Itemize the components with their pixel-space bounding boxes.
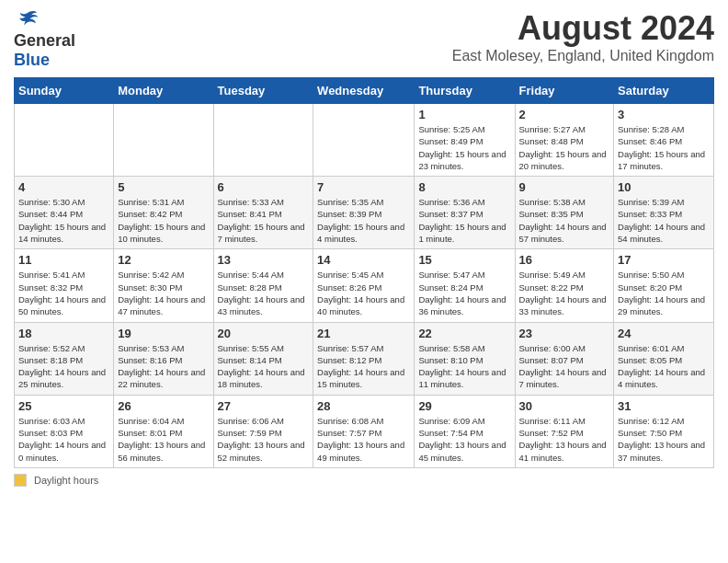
calendar-cell: 29Sunrise: 6:09 AM Sunset: 7:54 PM Dayli…	[415, 395, 515, 467]
day-number: 26	[118, 399, 209, 413]
day-info: Sunrise: 5:31 AM Sunset: 8:42 PM Dayligh…	[118, 196, 209, 245]
day-info: Sunrise: 6:09 AM Sunset: 7:54 PM Dayligh…	[418, 415, 510, 464]
day-number: 16	[519, 253, 610, 267]
day-info: Sunrise: 5:57 AM Sunset: 8:12 PM Dayligh…	[317, 342, 410, 391]
day-info: Sunrise: 5:41 AM Sunset: 8:32 PM Dayligh…	[18, 269, 109, 317]
day-info: Sunrise: 5:38 AM Sunset: 8:35 PM Dayligh…	[519, 196, 610, 245]
calendar-week-row: 1Sunrise: 5:25 AM Sunset: 8:49 PM Daylig…	[15, 104, 714, 177]
calendar-cell	[15, 104, 114, 177]
day-info: Sunrise: 5:30 AM Sunset: 8:44 PM Dayligh…	[18, 196, 109, 245]
day-info: Sunrise: 5:52 AM Sunset: 8:18 PM Dayligh…	[18, 342, 109, 391]
calendar-table: SundayMondayTuesdayWednesdayThursdayFrid…	[14, 77, 714, 468]
day-number: 11	[18, 253, 109, 267]
calendar-header-day: Saturday	[614, 78, 714, 104]
calendar-cell: 14Sunrise: 5:45 AM Sunset: 8:26 PM Dayli…	[313, 249, 415, 322]
day-number: 1	[418, 108, 510, 121]
calendar-header-day: Monday	[114, 78, 213, 104]
day-info: Sunrise: 5:45 AM Sunset: 8:26 PM Dayligh…	[317, 269, 410, 317]
day-number: 2	[519, 108, 610, 121]
calendar-cell: 12Sunrise: 5:42 AM Sunset: 8:30 PM Dayli…	[114, 249, 213, 322]
daylight-label: Daylight hours	[34, 475, 98, 486]
day-info: Sunrise: 5:42 AM Sunset: 8:30 PM Dayligh…	[118, 269, 209, 317]
calendar-cell: 24Sunrise: 6:01 AM Sunset: 8:05 PM Dayli…	[614, 322, 714, 395]
day-info: Sunrise: 6:00 AM Sunset: 8:07 PM Dayligh…	[519, 342, 610, 391]
day-number: 25	[18, 399, 109, 413]
day-info: Sunrise: 5:27 AM Sunset: 8:48 PM Dayligh…	[519, 123, 610, 172]
calendar-cell: 19Sunrise: 5:53 AM Sunset: 8:16 PM Dayli…	[114, 322, 213, 395]
day-info: Sunrise: 5:28 AM Sunset: 8:46 PM Dayligh…	[618, 123, 710, 172]
day-number: 12	[118, 253, 209, 267]
day-info: Sunrise: 5:35 AM Sunset: 8:39 PM Dayligh…	[317, 196, 410, 245]
day-number: 24	[618, 327, 710, 340]
calendar-header-day: Sunday	[15, 78, 114, 104]
calendar-cell: 25Sunrise: 6:03 AM Sunset: 8:03 PM Dayli…	[15, 395, 114, 467]
day-number: 28	[317, 399, 410, 413]
logo-bird-icon	[17, 9, 39, 28]
day-number: 7	[317, 180, 410, 194]
calendar-cell: 11Sunrise: 5:41 AM Sunset: 8:32 PM Dayli…	[15, 249, 114, 322]
sub-title: East Molesey, England, United Kingdom	[452, 48, 714, 64]
day-info: Sunrise: 5:49 AM Sunset: 8:22 PM Dayligh…	[519, 269, 610, 317]
calendar-cell: 15Sunrise: 5:47 AM Sunset: 8:24 PM Dayli…	[415, 249, 515, 322]
calendar-cell: 16Sunrise: 5:49 AM Sunset: 8:22 PM Dayli…	[515, 249, 614, 322]
calendar-cell: 20Sunrise: 5:55 AM Sunset: 8:14 PM Dayli…	[213, 322, 313, 395]
day-number: 23	[519, 327, 610, 340]
day-info: Sunrise: 5:36 AM Sunset: 8:37 PM Dayligh…	[418, 196, 510, 245]
calendar-week-row: 11Sunrise: 5:41 AM Sunset: 8:32 PM Dayli…	[15, 249, 714, 322]
day-number: 19	[118, 327, 209, 340]
day-number: 3	[618, 108, 710, 121]
calendar-week-row: 18Sunrise: 5:52 AM Sunset: 8:18 PM Dayli…	[15, 322, 714, 395]
calendar-header-day: Friday	[515, 78, 614, 104]
logo: General Blue	[14, 9, 75, 70]
day-info: Sunrise: 6:06 AM Sunset: 7:59 PM Dayligh…	[218, 415, 310, 464]
calendar-cell: 3Sunrise: 5:28 AM Sunset: 8:46 PM Daylig…	[614, 104, 714, 177]
calendar-cell: 6Sunrise: 5:33 AM Sunset: 8:41 PM Daylig…	[213, 177, 313, 249]
day-number: 27	[218, 399, 310, 413]
day-number: 30	[519, 399, 610, 413]
calendar-cell: 26Sunrise: 6:04 AM Sunset: 8:01 PM Dayli…	[114, 395, 213, 467]
page: General Blue August 2024 East Molesey, E…	[0, 0, 728, 496]
calendar-cell	[213, 104, 313, 177]
calendar-cell: 18Sunrise: 5:52 AM Sunset: 8:18 PM Dayli…	[15, 322, 114, 395]
calendar-cell	[114, 104, 213, 177]
day-info: Sunrise: 5:25 AM Sunset: 8:49 PM Dayligh…	[418, 123, 510, 172]
day-info: Sunrise: 6:12 AM Sunset: 7:50 PM Dayligh…	[618, 415, 710, 464]
calendar-cell: 4Sunrise: 5:30 AM Sunset: 8:44 PM Daylig…	[15, 177, 114, 249]
calendar-cell: 9Sunrise: 5:38 AM Sunset: 8:35 PM Daylig…	[515, 177, 614, 249]
logo-blue: Blue	[14, 51, 50, 69]
calendar-header-day: Thursday	[415, 78, 515, 104]
title-block: August 2024 East Molesey, England, Unite…	[452, 9, 714, 64]
calendar-header-day: Tuesday	[213, 78, 313, 104]
day-number: 9	[519, 180, 610, 194]
day-info: Sunrise: 5:55 AM Sunset: 8:14 PM Dayligh…	[218, 342, 310, 391]
calendar-cell: 1Sunrise: 5:25 AM Sunset: 8:49 PM Daylig…	[415, 104, 515, 177]
day-info: Sunrise: 5:50 AM Sunset: 8:20 PM Dayligh…	[618, 269, 710, 317]
calendar-cell: 27Sunrise: 6:06 AM Sunset: 7:59 PM Dayli…	[213, 395, 313, 467]
daylight-box-icon	[14, 474, 27, 487]
calendar-week-row: 4Sunrise: 5:30 AM Sunset: 8:44 PM Daylig…	[15, 177, 714, 249]
day-info: Sunrise: 6:03 AM Sunset: 8:03 PM Dayligh…	[18, 415, 109, 464]
day-info: Sunrise: 6:04 AM Sunset: 8:01 PM Dayligh…	[118, 415, 209, 464]
day-info: Sunrise: 5:39 AM Sunset: 8:33 PM Dayligh…	[618, 196, 710, 245]
day-number: 14	[317, 253, 410, 267]
day-number: 8	[418, 180, 510, 194]
calendar-header-day: Wednesday	[313, 78, 415, 104]
calendar-cell: 21Sunrise: 5:57 AM Sunset: 8:12 PM Dayli…	[313, 322, 415, 395]
calendar-cell: 13Sunrise: 5:44 AM Sunset: 8:28 PM Dayli…	[213, 249, 313, 322]
calendar-cell: 28Sunrise: 6:08 AM Sunset: 7:57 PM Dayli…	[313, 395, 415, 467]
calendar-cell: 31Sunrise: 6:12 AM Sunset: 7:50 PM Dayli…	[614, 395, 714, 467]
calendar-cell: 2Sunrise: 5:27 AM Sunset: 8:48 PM Daylig…	[515, 104, 614, 177]
day-info: Sunrise: 6:11 AM Sunset: 7:52 PM Dayligh…	[519, 415, 610, 464]
day-info: Sunrise: 5:33 AM Sunset: 8:41 PM Dayligh…	[218, 196, 310, 245]
day-number: 6	[218, 180, 310, 194]
day-info: Sunrise: 6:08 AM Sunset: 7:57 PM Dayligh…	[317, 415, 410, 464]
day-info: Sunrise: 5:44 AM Sunset: 8:28 PM Dayligh…	[218, 269, 310, 317]
calendar-cell: 10Sunrise: 5:39 AM Sunset: 8:33 PM Dayli…	[614, 177, 714, 249]
day-number: 18	[18, 327, 109, 340]
calendar-cell: 22Sunrise: 5:58 AM Sunset: 8:10 PM Dayli…	[415, 322, 515, 395]
calendar-cell	[313, 104, 415, 177]
day-number: 4	[18, 180, 109, 194]
calendar-cell: 8Sunrise: 5:36 AM Sunset: 8:37 PM Daylig…	[415, 177, 515, 249]
day-info: Sunrise: 5:53 AM Sunset: 8:16 PM Dayligh…	[118, 342, 209, 391]
day-number: 22	[418, 327, 510, 340]
